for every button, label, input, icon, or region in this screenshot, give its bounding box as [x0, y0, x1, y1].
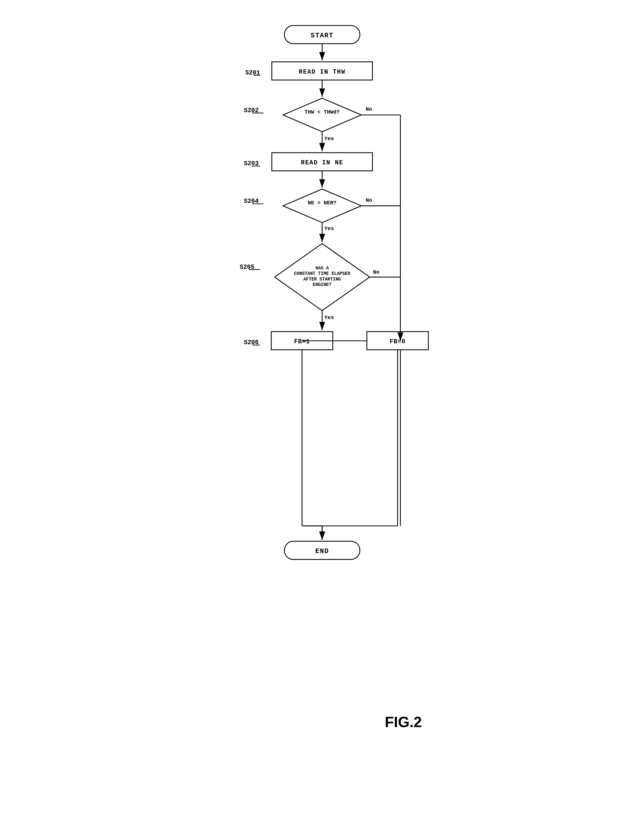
- s205-line2: CONSTANT TIME ELAPSED: [294, 271, 350, 276]
- s203-box: READ IN NE: [301, 159, 343, 166]
- s207-box: FB=0: [389, 338, 405, 345]
- fig-label: FIG.2: [199, 713, 445, 730]
- s201-box: READ IN THW: [299, 69, 345, 75]
- page-container: START S201 READ IN THW S202 THW < THWd? …: [194, 6, 451, 748]
- s205-no: No: [373, 269, 379, 275]
- s205-line1: HAS A: [315, 266, 329, 271]
- flowchart-svg: START S201 READ IN THW S202 THW < THWd? …: [208, 17, 436, 702]
- s202-yes: Yes: [324, 136, 334, 142]
- s204-no: No: [365, 198, 372, 204]
- end-label: END: [315, 547, 329, 555]
- s205-yes: Yes: [324, 315, 334, 321]
- s205-line4: ENGINE?: [313, 282, 331, 287]
- start-label: START: [310, 32, 333, 39]
- s204-diamond: NE > NER?: [308, 200, 336, 206]
- s205-line3: AFTER STARTING: [303, 277, 341, 282]
- s204-yes: Yes: [324, 226, 334, 232]
- s202-diamond: THW < THWd?: [304, 109, 340, 115]
- s206-box: FB=1: [294, 338, 310, 345]
- s202-no: No: [365, 106, 372, 112]
